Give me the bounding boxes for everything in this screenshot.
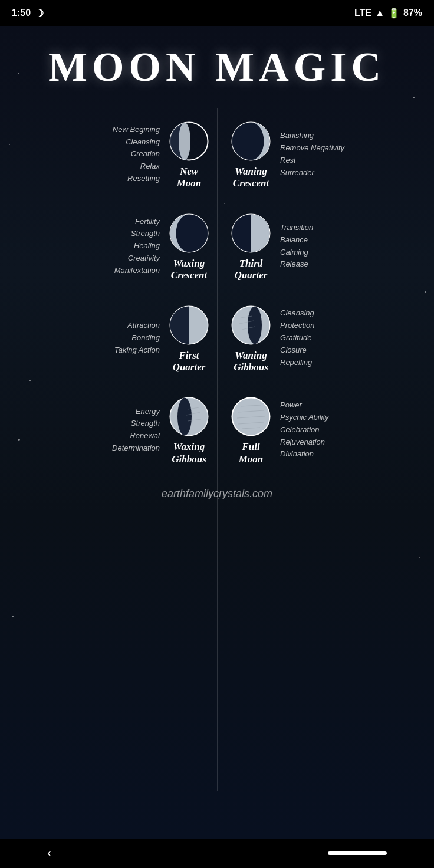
main-content: MOON MAGIC New BeginingCleansingCreation… [0,26,434,839]
full-moon-visual: FullMoon [229,394,273,465]
waning-gibbous-keywords: CleansingProtectionGratitudeClosureRepel… [280,307,315,369]
first-quarter-label: FirstQuarter [173,350,206,374]
svg-point-18 [177,398,192,436]
waning-gibbous-visual: WaningGibbous [229,303,273,374]
new-moon-label: NewMoon [177,166,202,190]
lte-indicator: LTE [354,8,371,18]
third-quarter-svg [229,211,273,255]
waxing-crescent-keywords: FertilityStrengthHealingCreativityManife… [114,216,160,277]
battery-icon: 🔋 [388,8,400,19]
first-quarter-svg [167,303,211,347]
new-moon-svg [167,119,211,163]
signal-icon: ▲ [375,8,384,18]
page-title: MOON MAGIC [12,44,422,91]
moon-grid: New BeginingCleansingCreationRelaxResett… [12,108,422,476]
svg-point-12 [248,306,262,344]
moon-entry-full-moon: FullMoon PowerPsychic AbilityCelebration… [217,384,422,476]
waxing-gibbous-visual: WaxingGibbous [167,394,211,465]
svg-point-1 [179,123,190,160]
third-quarter-label: ThirdQuarter [235,258,268,282]
status-bar: 1:50 ☽ LTE ▲ 🔋 87% [0,0,434,26]
moon-entry-first-quarter: AttractionBondingTaking Action FirstQuar… [12,292,217,384]
waning-crescent-svg [229,119,273,163]
moon-entry-waxing-crescent: FertilityStrengthHealingCreativityManife… [12,200,217,292]
full-moon-keywords: PowerPsychic AbilityCelebrationRejuvenat… [280,399,329,461]
new-moon-visual: NewMoon [167,119,211,190]
waning-gibbous-svg [229,303,273,347]
waxing-crescent-svg [167,211,211,255]
full-moon-svg [229,394,273,439]
waxing-crescent-visual: WaxingCrescent [167,211,211,282]
waxing-gibbous-label: WaxingGibbous [172,441,206,465]
third-quarter-visual: ThirdQuarter [229,211,273,282]
first-quarter-keywords: AttractionBondingTaking Action [114,320,160,356]
third-quarter-keywords: TransitionBalanceCalmingRelease [280,222,313,271]
battery-level: 87% [403,8,422,18]
moon-entry-third-quarter: ThirdQuarter TransitionBalanceCalmingRel… [217,200,422,292]
waxing-gibbous-svg [167,394,211,439]
full-moon-label: FullMoon [239,441,264,465]
bottom-nav-bar: ‹ [0,839,434,868]
waxing-gibbous-keywords: EnergyStrengthRenewalDetermination [112,406,160,455]
time: 1:50 [12,8,31,18]
waning-crescent-visual: WaningCrescent [229,119,273,190]
waxing-crescent-label: WaxingCrescent [171,258,207,282]
moon-entry-waning-crescent: WaningCrescent BanishingRemove Negativit… [217,108,422,200]
moon-icon: ☽ [35,8,44,19]
first-quarter-visual: FirstQuarter [167,303,211,374]
moon-entry-waxing-gibbous: EnergyStrengthRenewalDetermination Waxin… [12,384,217,476]
waning-crescent-keywords: BanishingRemove NegativityRestSurrender [280,130,344,179]
credit-text: earthfamilycrystals.com [12,476,422,506]
back-button[interactable]: ‹ [47,846,51,861]
new-moon-keywords: New BeginingCleansingCreationRelaxResett… [113,124,160,185]
waning-crescent-label: WaningCrescent [233,166,269,190]
waning-gibbous-label: WaningGibbous [234,350,268,374]
moon-entry-new-moon: New BeginingCleansingCreationRelaxResett… [12,108,217,200]
moon-entry-waning-gibbous: WaningGibbous CleansingProtectionGratitu… [217,292,422,384]
home-pill[interactable] [328,851,387,855]
